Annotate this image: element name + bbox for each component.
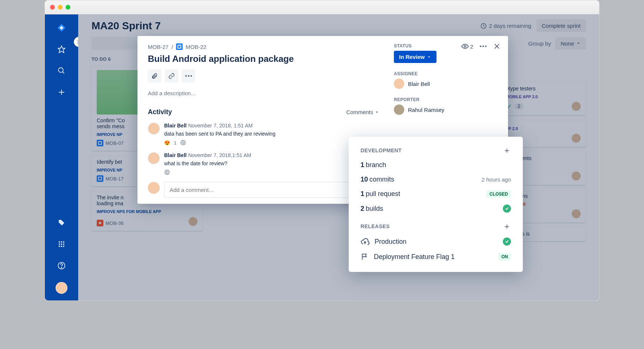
comment-item: Blair BellNovember 7, 2018, 1:51 AM data… — [148, 123, 379, 146]
flag-status-badge: ON — [498, 253, 511, 260]
tag-icon[interactable] — [56, 217, 67, 228]
svg-point-27 — [181, 140, 185, 145]
svg-point-36 — [485, 46, 487, 47]
svg-point-29 — [184, 142, 184, 142]
assignee-avatar — [394, 79, 404, 89]
breadcrumb-self[interactable]: MOB-22 — [186, 44, 206, 50]
pull-request-row[interactable]: 1pull request CLOSED — [361, 190, 511, 198]
attach-button[interactable] — [148, 69, 161, 83]
add-reaction-button[interactable] — [180, 140, 186, 146]
help-icon[interactable] — [56, 260, 67, 271]
svg-rect-10 — [63, 243, 64, 245]
branch-row[interactable]: 1branch — [361, 161, 511, 169]
cloud-upload-icon — [361, 237, 369, 246]
svg-point-31 — [166, 172, 166, 172]
modal-more-button[interactable] — [480, 46, 487, 47]
svg-rect-8 — [59, 243, 60, 245]
assignee-label: ASSIGNEE — [394, 71, 498, 76]
reporter-field[interactable]: Rahul Ramsey — [394, 104, 498, 115]
svg-point-32 — [167, 172, 168, 172]
svg-marker-0 — [58, 46, 65, 53]
activity-label: Activity — [148, 108, 172, 116]
svg-point-30 — [165, 170, 169, 174]
close-modal-button[interactable] — [493, 43, 501, 50]
svg-rect-5 — [59, 242, 60, 243]
eye-icon — [461, 43, 469, 50]
svg-rect-9 — [61, 243, 62, 245]
svg-rect-23 — [178, 45, 181, 48]
svg-point-28 — [182, 142, 183, 142]
svg-rect-13 — [63, 246, 64, 247]
commits-row[interactable]: 10commits 2 hours ago — [361, 176, 511, 183]
left-nav — [45, 14, 78, 300]
flag-icon — [361, 253, 369, 261]
svg-point-24 — [185, 75, 187, 77]
releases-heading: RELEASES — [361, 223, 390, 229]
my-avatar — [148, 182, 160, 194]
paperclip-icon — [151, 73, 158, 79]
watch-button[interactable]: 2 — [461, 43, 473, 50]
star-icon[interactable] — [56, 44, 67, 54]
mac-titlebar — [45, 0, 599, 14]
comment-input[interactable] — [164, 182, 379, 198]
search-icon[interactable] — [56, 66, 67, 76]
breadcrumb: MOB-27 / MOB-22 — [148, 43, 379, 50]
ellipsis-icon — [480, 46, 487, 47]
svg-point-1 — [59, 68, 63, 73]
comment-avatar[interactable] — [148, 152, 160, 164]
chevron-down-icon — [375, 110, 379, 114]
nav-profile-avatar[interactable] — [56, 282, 67, 294]
development-panel: DEVELOPMENT ＋ 1branch 10commits 2 hours … — [349, 137, 523, 272]
svg-point-25 — [188, 75, 189, 77]
comment-body: data has been sent to PA and they are re… — [164, 131, 275, 137]
activity-filter-dropdown[interactable]: Comments — [346, 109, 379, 115]
svg-rect-7 — [63, 242, 64, 243]
reporter-label: REPORTER — [394, 97, 498, 102]
add-release-button[interactable]: ＋ — [503, 222, 511, 230]
ellipsis-icon — [185, 75, 192, 77]
development-heading: DEVELOPMENT — [361, 147, 402, 153]
task-type-icon — [176, 43, 183, 50]
add-dev-item-button[interactable]: ＋ — [503, 146, 511, 154]
svg-point-33 — [464, 46, 466, 47]
description-field[interactable]: Add a description… — [148, 90, 379, 96]
zoom-window-dot[interactable] — [66, 5, 70, 10]
assignee-field[interactable]: Blair Bell — [394, 79, 498, 89]
svg-point-15 — [61, 267, 62, 268]
svg-rect-11 — [59, 246, 60, 247]
release-success-badge — [503, 237, 511, 246]
builds-row[interactable]: 2builds — [361, 205, 511, 213]
svg-line-2 — [63, 72, 64, 74]
comment-body: what is the date for review? — [164, 160, 251, 166]
svg-rect-6 — [61, 242, 62, 243]
status-dropdown[interactable]: In Review — [394, 51, 436, 63]
pr-status-badge: CLOSED — [487, 190, 511, 198]
close-icon — [493, 43, 501, 50]
svg-point-34 — [480, 46, 481, 47]
issue-title[interactable]: Build Android application package — [148, 54, 379, 64]
smile-plus-icon — [164, 169, 170, 175]
add-reaction-button[interactable] — [164, 169, 170, 175]
jira-logo-icon[interactable] — [56, 23, 67, 33]
svg-rect-12 — [61, 246, 62, 247]
breadcrumb-parent[interactable]: MOB-27 — [148, 44, 169, 50]
minimize-window-dot[interactable] — [58, 5, 63, 10]
build-success-badge — [503, 205, 511, 213]
close-window-dot[interactable] — [50, 5, 55, 10]
comment-avatar[interactable] — [148, 123, 160, 134]
comment-item: Blair BellNovember 7, 2018,1:51 AM what … — [148, 152, 379, 175]
reaction-emoji[interactable]: 😍 — [164, 140, 170, 146]
chevron-down-icon — [427, 55, 431, 59]
reporter-avatar — [394, 104, 404, 115]
smile-plus-icon — [180, 140, 186, 146]
apps-grid-icon[interactable] — [56, 239, 67, 249]
link-icon — [168, 73, 175, 79]
create-icon[interactable] — [56, 87, 67, 97]
release-row[interactable]: Production — [361, 237, 511, 246]
svg-point-26 — [190, 75, 192, 77]
link-button[interactable] — [165, 69, 178, 83]
feature-flag-row[interactable]: Deployment Feature Flag 1 ON — [361, 253, 511, 261]
svg-point-35 — [482, 46, 484, 47]
more-actions-button[interactable] — [182, 69, 195, 83]
